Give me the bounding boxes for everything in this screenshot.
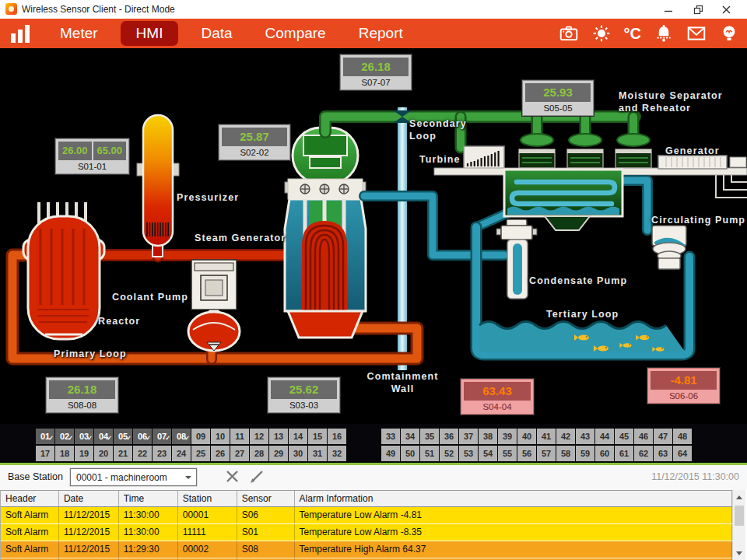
- column-header-station[interactable]: Station: [178, 491, 237, 506]
- nav-item-meter[interactable]: Meter: [50, 21, 108, 46]
- sensor-grid-group-1: 01✓02✓03✓04✓05✓06✓07✓08✓0910111213141516…: [36, 429, 346, 463]
- sensor-cell-26[interactable]: 26: [211, 446, 230, 461]
- sensor-cell-42[interactable]: 42: [556, 429, 575, 444]
- alarm-bell-icon[interactable]: [654, 23, 674, 44]
- column-header-date[interactable]: Date: [59, 491, 119, 506]
- edit-button[interactable]: [247, 467, 266, 486]
- sensor-cell-64[interactable]: 64: [673, 446, 692, 461]
- sensor-cell-17[interactable]: 17: [36, 446, 54, 461]
- turbine-machine: [464, 146, 504, 170]
- maximize-button[interactable]: [685, 0, 711, 19]
- sensor-cell-09[interactable]: 09: [191, 429, 210, 444]
- sensor-cell-38[interactable]: 38: [479, 429, 497, 444]
- sensor-cell-25[interactable]: 25: [191, 446, 210, 461]
- sensor-cell-46[interactable]: 46: [634, 429, 653, 444]
- sensor-cell-23[interactable]: 23: [153, 446, 171, 461]
- sensor-cell-41[interactable]: 41: [537, 429, 556, 444]
- sensor-cell-10[interactable]: 10: [211, 429, 230, 444]
- bulb-icon[interactable]: [719, 23, 739, 44]
- sensor-cell-28[interactable]: 28: [250, 446, 268, 461]
- sensor-cell-32[interactable]: 32: [328, 446, 346, 461]
- delete-button[interactable]: [223, 467, 242, 486]
- sensor-cell-13[interactable]: 13: [269, 429, 288, 444]
- sensor-cell-37[interactable]: 37: [459, 429, 478, 444]
- sensor-cell-57[interactable]: 57: [537, 446, 556, 461]
- sensor-cell-20[interactable]: 20: [94, 446, 113, 461]
- sensor-cell-35[interactable]: 35: [420, 429, 439, 444]
- sensor-cell-63[interactable]: 63: [654, 446, 672, 461]
- nav-item-report[interactable]: Report: [349, 21, 413, 46]
- sensor-cell-06[interactable]: 06✓: [133, 429, 152, 444]
- sensor-cell-16[interactable]: 16: [328, 429, 346, 444]
- brightness-icon[interactable]: [591, 23, 612, 44]
- sensor-cell-24[interactable]: 24: [172, 446, 191, 461]
- sensor-cell-59[interactable]: 59: [576, 446, 594, 461]
- sensor-cell-56[interactable]: 56: [517, 446, 536, 461]
- sensor-cell-29[interactable]: 29: [269, 446, 288, 461]
- sensor-cell-27[interactable]: 27: [230, 446, 249, 461]
- sensor-cell-51[interactable]: 51: [420, 446, 439, 461]
- sensor-cell-45[interactable]: 45: [615, 429, 633, 444]
- sensor-cell-54[interactable]: 54: [479, 446, 497, 461]
- sensor-cell-47[interactable]: 47: [654, 429, 672, 444]
- sensor-cell-34[interactable]: 34: [401, 429, 419, 444]
- alarm-row[interactable]: Soft Alarm11/12/201511:29:3000002S08Temp…: [1, 541, 732, 558]
- sensor-cell-22[interactable]: 22: [133, 446, 152, 461]
- sensor-cell-36[interactable]: 36: [440, 429, 458, 444]
- sensor-cell-58[interactable]: 58: [556, 446, 575, 461]
- scroll-up-button[interactable]: [733, 491, 745, 502]
- sensor-cell-52[interactable]: 52: [440, 446, 458, 461]
- sensor-cell-19[interactable]: 19: [75, 446, 93, 461]
- sensor-cell-02[interactable]: 02✓: [55, 429, 74, 444]
- sensor-cell-62[interactable]: 62: [634, 446, 653, 461]
- sensor-cell-07[interactable]: 07✓: [153, 429, 171, 444]
- label-condensate-pump: Condensate Pump: [529, 275, 627, 287]
- alarm-row[interactable]: Soft Alarm11/12/201511:30:0011111S01Temp…: [1, 524, 732, 541]
- sensor-cell-61[interactable]: 61: [615, 446, 633, 461]
- sensor-cell-55[interactable]: 55: [498, 446, 517, 461]
- alarm-cell: 00002: [178, 541, 237, 558]
- sensor-cell-33[interactable]: 33: [381, 429, 400, 444]
- sensor-cell-15[interactable]: 15: [308, 429, 327, 444]
- sensor-cell-48[interactable]: 48: [673, 429, 692, 444]
- camera-icon[interactable]: [559, 23, 579, 44]
- sensor-cell-05[interactable]: 05✓: [114, 429, 132, 444]
- minimize-button[interactable]: [655, 0, 682, 19]
- sensor-cell-04[interactable]: 04✓: [94, 429, 113, 444]
- sensor-cell-01[interactable]: 01✓: [36, 429, 54, 444]
- sensor-cell-49[interactable]: 49: [381, 446, 400, 461]
- column-header-sensor[interactable]: Sensor: [237, 491, 295, 506]
- column-header-header[interactable]: Header: [1, 491, 59, 506]
- triangle-up-icon: [736, 492, 742, 499]
- scrollbar-thumb[interactable]: [735, 506, 744, 526]
- column-header-alarm-information[interactable]: Alarm Information: [295, 491, 732, 506]
- sensor-cell-44[interactable]: 44: [595, 429, 614, 444]
- sensor-cell-14[interactable]: 14: [289, 429, 307, 444]
- table-scrollbar[interactable]: [732, 490, 745, 560]
- sensor-cell-08[interactable]: 08✓: [172, 429, 191, 444]
- sensor-cell-43[interactable]: 43: [576, 429, 594, 444]
- column-header-time[interactable]: Time: [119, 491, 178, 506]
- sensor-cell-11[interactable]: 11: [230, 429, 249, 444]
- sensor-cell-12[interactable]: 12: [250, 429, 268, 444]
- nav-item-hmi[interactable]: HMI: [121, 21, 179, 46]
- mail-icon[interactable]: [686, 23, 707, 44]
- sensor-cell-31[interactable]: 31: [308, 446, 327, 461]
- sensor-cell-03[interactable]: 03✓: [75, 429, 93, 444]
- sensor-cell-21[interactable]: 21: [114, 446, 132, 461]
- scroll-down-button[interactable]: [733, 548, 745, 559]
- sensor-cell-39[interactable]: 39: [498, 429, 517, 444]
- celsius-icon[interactable]: °C: [624, 24, 641, 43]
- close-button[interactable]: [713, 0, 739, 19]
- sensor-cell-18[interactable]: 18: [55, 446, 74, 461]
- nav-item-data[interactable]: Data: [191, 21, 242, 46]
- alarm-row[interactable]: Soft Alarm11/12/201511:30:0000001S06Temp…: [1, 507, 732, 524]
- sensor-cell-50[interactable]: 50: [401, 446, 419, 461]
- sensor-cell-40[interactable]: 40: [517, 429, 536, 444]
- nav-item-compare[interactable]: Compare: [255, 21, 336, 46]
- sensor-select-strip: 01✓02✓03✓04✓05✓06✓07✓08✓0910111213141516…: [0, 424, 747, 463]
- sensor-cell-60[interactable]: 60: [595, 446, 614, 461]
- sensor-cell-53[interactable]: 53: [459, 446, 478, 461]
- sensor-cell-30[interactable]: 30: [289, 446, 307, 461]
- base-station-dropdown[interactable]: 00001 - machineroom: [70, 468, 197, 486]
